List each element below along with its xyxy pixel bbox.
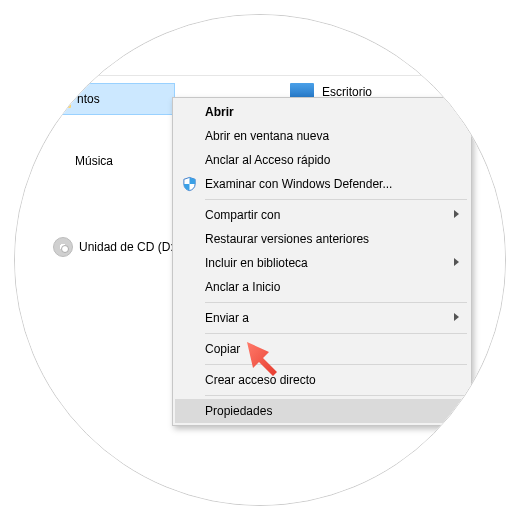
menu-item-label: Restaurar versiones anteriores (205, 232, 369, 246)
defender-shield-icon (182, 176, 197, 192)
menu-item-label: Enviar a (205, 311, 249, 325)
submenu-arrow-icon (454, 313, 459, 321)
folder-label: ntos (77, 92, 100, 106)
panel-divider (15, 75, 505, 76)
sidebar-item-label: Unidad de CD (D:) (79, 240, 178, 254)
menu-item-label: Anclar al Acceso rápido (205, 153, 330, 167)
menu-item-label: Incluir en biblioteca (205, 256, 308, 270)
submenu-arrow-icon (454, 210, 459, 218)
sidebar-item-label: Música (75, 154, 113, 168)
menu-item-share-with[interactable]: Compartir con (175, 203, 469, 227)
menu-item-copy[interactable]: Copiar (175, 337, 469, 361)
explorer-window: ntos Escritorio Música Unidad de CD (D:)… (15, 15, 505, 505)
sidebar-item-cd-drive[interactable]: Unidad de CD (D:) (53, 237, 178, 257)
menu-separator (205, 199, 467, 200)
menu-item-label: Propiedades (205, 404, 272, 418)
menu-item-restore-previous[interactable]: Restaurar versiones anteriores (175, 227, 469, 251)
music-icon (53, 153, 69, 169)
cd-icon (53, 237, 73, 257)
menu-item-label: Copiar (205, 342, 240, 356)
menu-separator (205, 395, 467, 396)
menu-separator (205, 302, 467, 303)
context-menu: Abrir Abrir en ventana nueva Anclar al A… (172, 97, 472, 426)
menu-item-label: Crear acceso directo (205, 373, 316, 387)
menu-item-include-library[interactable]: Incluir en biblioteca (175, 251, 469, 275)
folder-icon (47, 90, 71, 108)
menu-item-label: Abrir (205, 105, 234, 119)
sidebar-item-musica[interactable]: Música (53, 153, 113, 169)
menu-item-label: Abrir en ventana nueva (205, 129, 329, 143)
menu-item-properties[interactable]: Propiedades (175, 399, 469, 423)
menu-separator (205, 364, 467, 365)
menu-item-pin-start[interactable]: Anclar a Inicio (175, 275, 469, 299)
circular-crop: ntos Escritorio Música Unidad de CD (D:)… (14, 14, 506, 506)
menu-item-label: Compartir con (205, 208, 280, 222)
menu-separator (205, 333, 467, 334)
menu-item-pin-quick-access[interactable]: Anclar al Acceso rápido (175, 148, 469, 172)
menu-item-label: Anclar a Inicio (205, 280, 280, 294)
menu-item-open[interactable]: Abrir (175, 100, 469, 124)
submenu-arrow-icon (454, 258, 459, 266)
menu-item-send-to[interactable]: Enviar a (175, 306, 469, 330)
menu-item-label: Examinar con Windows Defender... (205, 177, 392, 191)
menu-item-open-new-window[interactable]: Abrir en ventana nueva (175, 124, 469, 148)
folder-item-selected[interactable]: ntos (40, 83, 175, 115)
menu-item-scan-defender[interactable]: Examinar con Windows Defender... (175, 172, 469, 196)
menu-item-create-shortcut[interactable]: Crear acceso directo (175, 368, 469, 392)
